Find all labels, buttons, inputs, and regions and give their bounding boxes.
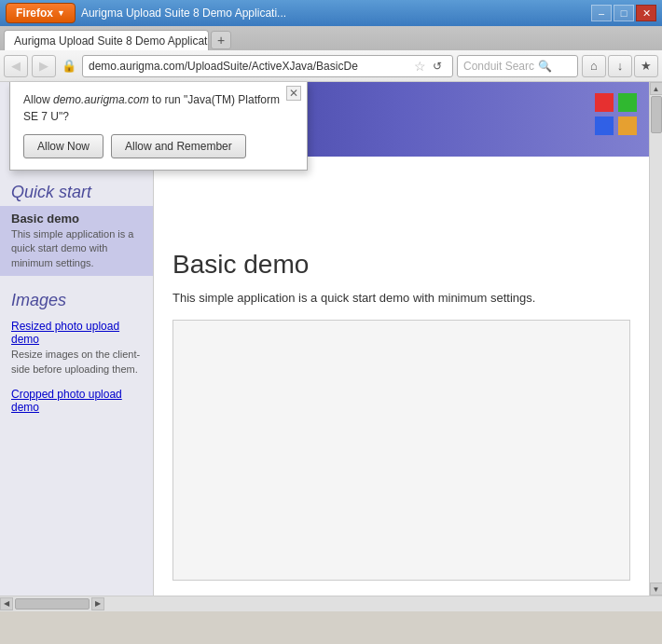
- page-content: Basic demo This simple application is a …: [154, 157, 649, 596]
- back-button[interactable]: ◀: [4, 55, 28, 77]
- allow-now-button[interactable]: Allow Now: [23, 134, 103, 158]
- home-button[interactable]: ⌂: [582, 55, 606, 77]
- page-logo: [593, 91, 640, 138]
- cropped-photo-link[interactable]: Cropped photo upload demo: [11, 388, 142, 414]
- popup-close-button[interactable]: ✕: [286, 86, 301, 101]
- new-tab-button[interactable]: +: [211, 31, 231, 49]
- resized-photo-desc: Resize images on the client-side before …: [11, 348, 142, 377]
- svg-rect-2: [595, 116, 614, 135]
- address-text: demo.aurigma.com/UploadSuite/ActiveXJava…: [89, 60, 412, 73]
- sidebar-basic-demo-desc: This simple application is a quick start…: [11, 227, 142, 270]
- images-section-title: Images: [0, 283, 153, 314]
- popup-buttons: Allow Now Allow and Remember: [23, 134, 294, 158]
- dropdown-arrow-icon: ▼: [57, 8, 65, 18]
- popup-message: Allow demo.aurigma.com to run "Java(TM) …: [23, 91, 294, 125]
- svg-rect-1: [618, 93, 637, 112]
- sidebar-basic-demo-title: Basic demo: [11, 212, 142, 226]
- sidebar-item-cropped-photo[interactable]: Cropped photo upload demo: [0, 382, 153, 421]
- scroll-right-button[interactable]: ▶: [91, 597, 104, 610]
- forward-button[interactable]: ▶: [32, 55, 56, 77]
- window-controls: – □ ✕: [591, 5, 656, 21]
- vertical-scrollbar: ▲ ▼: [649, 82, 662, 596]
- window-title: Aurigma Upload Suite 8 Demo Applicati...: [81, 7, 586, 20]
- refresh-button[interactable]: ↺: [428, 55, 447, 77]
- scrollbar-track: [650, 95, 663, 582]
- svg-rect-0: [595, 93, 614, 112]
- popup-site: demo.aurigma.com: [53, 93, 149, 106]
- bottom-bar: ◀ ▶: [0, 596, 662, 610]
- sidebar-item-resized-photo[interactable]: Resized photo upload demo Resize images …: [0, 314, 153, 382]
- bookmarks-button[interactable]: ★: [634, 55, 658, 77]
- upload-area[interactable]: [172, 320, 630, 581]
- quick-start-section-title: Quick start: [0, 175, 153, 206]
- nav-bar: ◀ ▶ 🔒 demo.aurigma.com/UploadSuite/Activ…: [0, 50, 662, 82]
- scroll-up-button[interactable]: ▲: [650, 82, 663, 95]
- page-title: Basic demo: [172, 250, 630, 280]
- scroll-down-button[interactable]: ▼: [650, 582, 663, 596]
- bookmark-star-icon[interactable]: ☆: [414, 59, 426, 74]
- hscrollbar-thumb[interactable]: [15, 598, 90, 610]
- horizontal-scrollbar[interactable]: ◀ ▶: [0, 596, 662, 611]
- search-bar[interactable]: Conduit Searc 🔍: [457, 55, 578, 77]
- sidebar-item-basic-demo[interactable]: Basic demo This simple application is a …: [0, 206, 153, 276]
- page-description: This simple application is a quick start…: [172, 291, 630, 305]
- tab-label: Aurigma Upload Suite 8 Demo Applicati...: [14, 34, 209, 48]
- firefox-menu-button[interactable]: Firefox ▼: [6, 3, 76, 23]
- java-permission-popup: ✕ Allow demo.aurigma.com to run "Java(TM…: [9, 82, 308, 171]
- firefox-label: Firefox: [16, 7, 53, 20]
- resized-photo-link[interactable]: Resized photo upload demo: [11, 320, 142, 346]
- close-button[interactable]: ✕: [636, 5, 656, 21]
- scroll-left-button[interactable]: ◀: [0, 597, 13, 610]
- allow-remember-button[interactable]: Allow and Remember: [111, 134, 246, 158]
- search-icon: 🔍: [538, 60, 552, 73]
- tab-bar: Aurigma Upload Suite 8 Demo Applicati...…: [0, 26, 662, 50]
- address-bar[interactable]: demo.aurigma.com/UploadSuite/ActiveXJava…: [82, 55, 453, 77]
- security-icon: 🔒: [60, 55, 78, 77]
- nav-right-buttons: ⌂ ↓ ★: [582, 55, 658, 77]
- svg-rect-3: [618, 116, 637, 135]
- active-tab[interactable]: Aurigma Upload Suite 8 Demo Applicati...…: [4, 30, 209, 50]
- search-placeholder: Conduit Searc: [463, 60, 534, 73]
- minimize-button[interactable]: –: [591, 5, 612, 21]
- download-button[interactable]: ↓: [608, 55, 632, 77]
- scrollbar-thumb[interactable]: [651, 96, 662, 133]
- maximize-button[interactable]: □: [614, 5, 634, 21]
- titlebar: Firefox ▼ Aurigma Upload Suite 8 Demo Ap…: [0, 0, 662, 26]
